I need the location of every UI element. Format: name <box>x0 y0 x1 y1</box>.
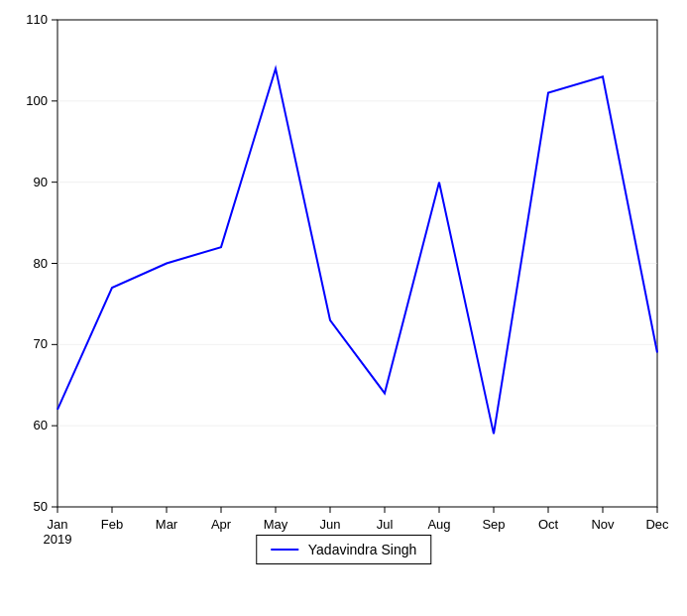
svg-text:Aug: Aug <box>427 517 450 532</box>
svg-text:50: 50 <box>34 499 48 514</box>
svg-text:60: 60 <box>34 418 48 432</box>
svg-text:Jan: Jan <box>48 517 68 532</box>
line-chart: 5060708090100110Jan2019FebMarAprMayJunJu… <box>0 0 687 616</box>
svg-text:2019: 2019 <box>44 532 72 547</box>
svg-text:May: May <box>264 517 288 532</box>
svg-text:Sep: Sep <box>482 517 505 532</box>
svg-text:110: 110 <box>26 12 48 27</box>
legend: Yadavindra Singh <box>256 535 431 564</box>
legend-label: Yadavindra Singh <box>308 542 416 557</box>
svg-text:Nov: Nov <box>591 517 615 532</box>
svg-text:Apr: Apr <box>211 517 232 532</box>
svg-text:Feb: Feb <box>101 517 123 532</box>
svg-text:Oct: Oct <box>538 517 559 532</box>
svg-text:80: 80 <box>34 256 48 271</box>
svg-text:90: 90 <box>34 175 48 189</box>
svg-text:Jun: Jun <box>320 517 341 532</box>
svg-text:Dec: Dec <box>645 517 669 532</box>
chart-container: 5060708090100110Jan2019FebMarAprMayJunJu… <box>0 0 687 616</box>
legend-line-icon <box>271 549 298 551</box>
svg-text:100: 100 <box>26 93 48 108</box>
svg-text:Jul: Jul <box>377 517 394 532</box>
svg-text:70: 70 <box>34 336 48 351</box>
svg-text:Mar: Mar <box>156 517 178 532</box>
